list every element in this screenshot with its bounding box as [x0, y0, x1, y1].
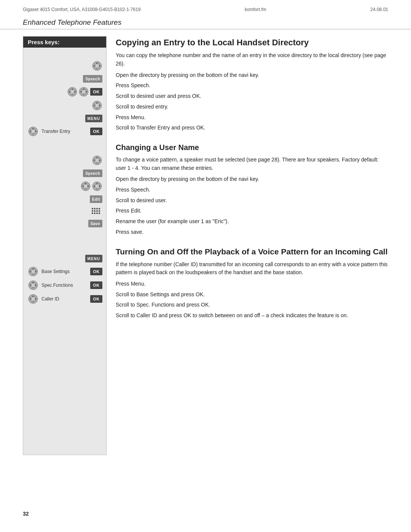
- section-change-user: Changing a User Name To change a voice p…: [116, 143, 388, 236]
- step-copy-4: Scroll to desired entry.: [116, 103, 388, 111]
- step-turn-4-text: Scroll to Caller ID and press OK to swit…: [116, 312, 388, 320]
- ok-key-spec[interactable]: OK: [90, 281, 102, 289]
- save-key[interactable]: Save: [88, 220, 102, 227]
- svg-point-37: [84, 184, 88, 188]
- key-row-navi-ok-1: OK: [23, 85, 106, 99]
- key-row-navi-navi-2: [23, 179, 106, 193]
- key-row-menu-2: MENU: [23, 252, 106, 265]
- svg-point-61: [31, 270, 35, 273]
- step-copy-2: Press Speech.: [116, 81, 388, 90]
- header-center: komfort.fm: [245, 7, 266, 12]
- navi-icon-3: [78, 86, 89, 97]
- svg-rect-52: [92, 210, 93, 212]
- svg-rect-49: [94, 208, 96, 209]
- step-turn-1-text: Press Menu.: [116, 280, 388, 288]
- step-copy-3-text: Scroll to desired user and press OK.: [116, 92, 388, 101]
- step-copy-5-text: Press Menu.: [116, 113, 388, 122]
- speech-key-2[interactable]: Speech: [83, 169, 102, 177]
- navi-icon-1: [92, 61, 102, 71]
- page-number: 32: [23, 511, 29, 517]
- heading-turning-on-off: Turning On and Off the Playback of a Voi…: [116, 247, 388, 256]
- key-row-transfer: Transfer Entry OK: [23, 125, 106, 138]
- step-user-2: Press Speech.: [116, 186, 388, 194]
- step-turn-3-text: Scroll to Spec. Functions and press OK.: [116, 301, 388, 309]
- press-keys-panel: Press keys: Speech: [23, 36, 107, 455]
- step-user-1: Open the directory by pressing on the bo…: [116, 175, 388, 184]
- section-title: Enhanced Telephone Features: [23, 18, 388, 27]
- key-row-spec-functions: Spec.Functions OK: [23, 278, 106, 292]
- heading-copy-entry: Copying an Entry to the Local Handset Di…: [116, 38, 388, 48]
- step-user-2-text: Press Speech.: [116, 186, 388, 194]
- svg-point-7: [70, 90, 74, 94]
- key-row-save: Save: [23, 217, 106, 230]
- navi-icon-5: [28, 126, 38, 137]
- section-copy-entry: Copying an Entry to the Local Handset Di…: [116, 38, 388, 132]
- step-user-4-text: Press Edit.: [116, 207, 388, 215]
- svg-point-25: [31, 129, 35, 133]
- svg-point-19: [95, 104, 99, 107]
- navi-icon-2: [67, 86, 78, 97]
- main-content: Press keys: Speech: [0, 36, 411, 455]
- base-settings-label: Base Settings: [38, 269, 89, 274]
- ok-key-transfer[interactable]: OK: [90, 128, 102, 135]
- step-turn-4: Scroll to Caller ID and press OK to swit…: [116, 312, 388, 320]
- step-copy-4-text: Scroll to desired entry.: [116, 103, 388, 111]
- step-copy-3: Scroll to desired user and press OK.: [116, 92, 388, 101]
- svg-rect-48: [92, 208, 93, 209]
- ok-key-1[interactable]: OK: [90, 88, 102, 96]
- page-footer: 32: [23, 511, 29, 517]
- svg-point-13: [82, 90, 86, 94]
- ok-key-base[interactable]: OK: [90, 268, 102, 275]
- edit-key[interactable]: Edit: [90, 195, 102, 203]
- step-copy-6: Scroll to Transfer Entry and press OK.: [116, 124, 388, 132]
- svg-rect-55: [99, 210, 100, 212]
- step-user-6-text: Press save.: [116, 228, 388, 236]
- step-user-5-text: Rename the user (for example user 1 as "…: [116, 217, 388, 226]
- key-row-speech-2: Speech: [23, 167, 106, 179]
- right-content: Copying an Entry to the Local Handset Di…: [116, 36, 388, 455]
- navi-icon-10: [28, 280, 38, 291]
- svg-rect-53: [94, 210, 96, 212]
- caller-id-label: Caller ID: [38, 296, 89, 302]
- svg-point-67: [31, 283, 35, 287]
- menu-key-1[interactable]: MENU: [85, 115, 102, 122]
- intro-copy-entry: You can copy the telephone number and th…: [116, 51, 388, 68]
- transfer-entry-label: Transfer Entry: [38, 129, 89, 134]
- svg-point-73: [31, 297, 35, 301]
- step-user-3: Scroll to desired user.: [116, 197, 388, 205]
- svg-point-43: [95, 184, 99, 188]
- navi-icon-6: [92, 155, 102, 166]
- svg-rect-56: [92, 212, 93, 214]
- press-keys-header: Press keys:: [23, 37, 106, 48]
- key-row-keyboard: [23, 205, 106, 217]
- step-turn-3: Scroll to Spec. Functions and press OK.: [116, 301, 388, 309]
- svg-rect-57: [94, 212, 96, 214]
- key-row-navi-1: [23, 59, 106, 73]
- step-turn-2: Scroll to Base Settings and press OK.: [116, 291, 388, 299]
- step-user-5: Rename the user (for example user 1 as "…: [116, 217, 388, 226]
- step-copy-2-text: Press Speech.: [116, 81, 388, 90]
- key-row-edit: Edit: [23, 193, 106, 205]
- svg-rect-51: [99, 208, 100, 209]
- svg-point-1: [95, 64, 99, 68]
- keyboard-icon: [91, 207, 102, 216]
- key-row-menu-1: MENU: [23, 112, 106, 125]
- navi-icon-9: [28, 266, 38, 277]
- key-row-navi-2: [23, 99, 106, 112]
- section-title-bar: Enhanced Telephone Features: [0, 14, 411, 29]
- step-turn-2-text: Scroll to Base Settings and press OK.: [116, 291, 388, 299]
- ok-key-caller[interactable]: OK: [90, 295, 102, 303]
- svg-rect-58: [96, 212, 98, 214]
- step-user-4: Press Edit.: [116, 207, 388, 215]
- step-copy-6-text: Scroll to Transfer Entry and press OK.: [116, 124, 388, 132]
- key-row-caller-id: Caller ID OK: [23, 292, 106, 306]
- section-turning-on-off: Turning On and Off the Playback of a Voi…: [116, 247, 388, 320]
- step-user-6: Press save.: [116, 228, 388, 236]
- step-user-3-text: Scroll to desired user.: [116, 197, 388, 205]
- menu-key-2[interactable]: MENU: [85, 255, 102, 262]
- speech-key-1[interactable]: Speech: [83, 75, 102, 83]
- svg-rect-54: [96, 210, 98, 212]
- step-copy-1: Open the directory by pressing on the bo…: [116, 71, 388, 80]
- key-row-navi-3: [23, 153, 106, 167]
- spec-functions-label: Spec.Functions: [38, 283, 89, 288]
